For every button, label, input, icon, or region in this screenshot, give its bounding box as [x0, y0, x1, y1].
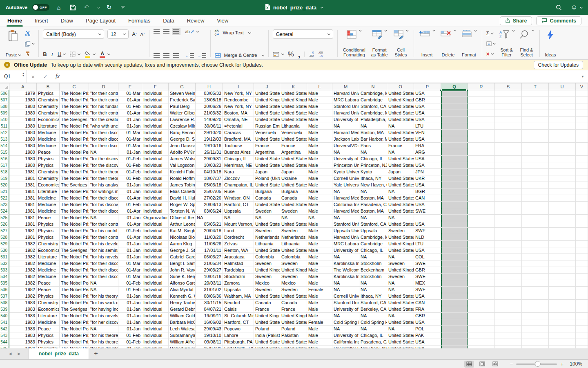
- cell-T514[interactable]: [522, 143, 549, 149]
- cell-L539[interactable]: Male: [307, 306, 332, 313]
- cell-I535[interactable]: Zamora: [223, 280, 254, 287]
- column-header-J[interactable]: J: [254, 83, 280, 90]
- cell-P536[interactable]: SWE: [414, 287, 441, 293]
- cell-Q506[interactable]: [441, 90, 468, 97]
- cell-F523[interactable]: Individual: [142, 202, 169, 208]
- cell-U525[interactable]: [549, 215, 576, 221]
- cell-K526[interactable]: United States of America: [280, 221, 307, 228]
- row-header-544[interactable]: 544: [0, 339, 9, 346]
- cell-P530[interactable]: USA: [414, 247, 441, 254]
- cell-E537[interactable]: 01-Jan: [118, 293, 142, 300]
- cell-T519[interactable]: [522, 175, 549, 182]
- cell-H511[interactable]: 30/06/11: [196, 123, 223, 130]
- cell-V508[interactable]: [576, 103, 588, 110]
- cell-K508[interactable]: United States of America: [280, 103, 307, 110]
- cell-B530[interactable]: Economics: [37, 247, 60, 254]
- cell-I527[interactable]: Lund: [223, 228, 254, 234]
- cell-U543[interactable]: [549, 332, 576, 339]
- cell-C515[interactable]: The Nobel Peace Prize: [60, 149, 89, 156]
- cell-D514[interactable]: "for their discoveries concerning: [89, 143, 118, 149]
- cell-K540[interactable]: United Kingdom: [280, 313, 307, 319]
- cell-R540[interactable]: [468, 313, 495, 319]
- cell-C519[interactable]: The Nobel Prize in Chemistry: [60, 175, 89, 182]
- cell-G513[interactable]: George D. Snell: [169, 136, 196, 143]
- cell-U515[interactable]: [549, 149, 576, 156]
- cell-T506[interactable]: [522, 90, 549, 97]
- page-break-view-button[interactable]: [490, 361, 500, 368]
- cell-K515[interactable]: Argentina: [280, 149, 307, 156]
- cell-U507[interactable]: [549, 97, 576, 103]
- cell-U518[interactable]: [549, 169, 576, 175]
- cell-Q519[interactable]: [441, 175, 468, 182]
- cell-S540[interactable]: [495, 313, 522, 319]
- cell-T543[interactable]: [522, 332, 549, 339]
- page-layout-view-button[interactable]: [477, 361, 487, 368]
- cell-V511[interactable]: [576, 123, 588, 130]
- cell-C536[interactable]: The Nobel Peace Prize: [60, 287, 89, 293]
- cell-M531[interactable]: NA: [332, 254, 359, 260]
- cell-S534[interactable]: [495, 274, 522, 280]
- cell-K512[interactable]: Venezuela: [280, 130, 307, 136]
- cell-T513[interactable]: [522, 136, 549, 143]
- cell-U506[interactable]: [549, 90, 576, 97]
- cell-S519[interactable]: [495, 175, 522, 182]
- cell-Q511[interactable]: [441, 123, 468, 130]
- column-header-T[interactable]: T: [522, 83, 549, 90]
- name-box[interactable]: Q1 ▲▼: [0, 70, 27, 83]
- cell-M537[interactable]: Cornell University: [332, 293, 359, 300]
- cell-J510[interactable]: United States of America: [254, 117, 280, 123]
- align-left-icon[interactable]: [154, 53, 160, 58]
- cell-C517[interactable]: The Nobel Prize in Physics: [60, 162, 89, 169]
- cell-P518[interactable]: JPN: [414, 169, 441, 175]
- cell-M532[interactable]: Karolinska Institutet: [332, 260, 359, 267]
- cell-G531[interactable]: Gabriel Garcia Marquez: [169, 254, 196, 260]
- cell-V523[interactable]: [576, 202, 588, 208]
- cell-J515[interactable]: Argentina: [254, 149, 280, 156]
- cell-S538[interactable]: [495, 300, 522, 306]
- row-header-506[interactable]: 506: [0, 90, 9, 97]
- cell-L536[interactable]: Female: [307, 287, 332, 293]
- cell-L530[interactable]: Male: [307, 247, 332, 254]
- cell-D510[interactable]: "for the creation of econometric models: [89, 117, 118, 123]
- cell-R510[interactable]: [468, 117, 495, 123]
- cell-K531[interactable]: Colombia: [280, 254, 307, 260]
- cell-U522[interactable]: [549, 195, 576, 202]
- cell-P506[interactable]: USA: [414, 90, 441, 97]
- cell-I536[interactable]: Uppsala: [223, 287, 254, 293]
- cell-M507[interactable]: MRC Laboratory of Molecular Biology: [332, 97, 359, 103]
- cell-E510[interactable]: 01-Jan: [118, 117, 142, 123]
- cell-O523[interactable]: United States of America: [387, 202, 414, 208]
- align-right-icon[interactable]: [173, 53, 179, 58]
- cell-P524[interactable]: SWE: [414, 208, 441, 215]
- cell-B513[interactable]: Medicine: [37, 136, 60, 143]
- row-header-537[interactable]: 537: [0, 293, 9, 300]
- cell-Q534[interactable]: [441, 274, 468, 280]
- cell-O513[interactable]: United States of America: [387, 136, 414, 143]
- feedback-smiley-icon[interactable]: ☺: [570, 3, 579, 12]
- cell-Q520[interactable]: [441, 182, 468, 188]
- cell-N521[interactable]: NA: [359, 188, 387, 195]
- increase-font-button[interactable]: Aˆ: [132, 31, 137, 37]
- cell-N520[interactable]: New Haven, CT: [359, 182, 387, 188]
- search-icon[interactable]: [554, 3, 563, 12]
- cell-H515[interactable]: 26/11/31: [196, 149, 223, 156]
- row-header-528[interactable]: 528: [0, 234, 9, 241]
- row-header-534[interactable]: 534: [0, 274, 9, 280]
- cell-T528[interactable]: [522, 234, 549, 241]
- cell-E531[interactable]: 01-Jan: [118, 254, 142, 260]
- cell-M516[interactable]: University of Chicago: [332, 156, 359, 162]
- cell-B521[interactable]: Literature: [37, 188, 60, 195]
- cell-Q533[interactable]: [441, 267, 468, 274]
- align-bottom-icon[interactable]: [173, 29, 179, 34]
- cell-A531[interactable]: 1982: [9, 254, 37, 260]
- cell-V538[interactable]: [576, 300, 588, 306]
- cell-J537[interactable]: United States of America: [254, 293, 280, 300]
- cell-D525[interactable]: NA: [89, 215, 118, 221]
- cell-J517[interactable]: United States of America: [254, 162, 280, 169]
- cell-D543[interactable]: "for his theoretical studies of the: [89, 332, 118, 339]
- cell-P515[interactable]: ARG: [414, 149, 441, 156]
- cell-N538[interactable]: Stanford, CA: [359, 300, 387, 306]
- cell-T524[interactable]: [522, 208, 549, 215]
- cell-J523[interactable]: United States of America: [254, 202, 280, 208]
- cell-V510[interactable]: [576, 117, 588, 123]
